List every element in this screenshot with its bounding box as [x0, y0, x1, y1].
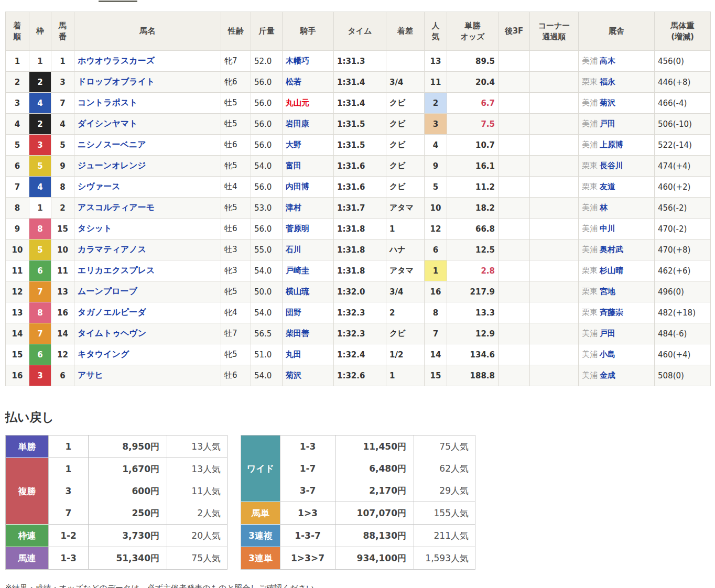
horse-name-cell: タガノエルピーダ [74, 302, 221, 323]
horse-name-link[interactable]: ドロップオブライト [78, 77, 155, 86]
trainer-link[interactable]: 斉藤崇 [600, 308, 623, 317]
horse-name-link[interactable]: ジューンオレンジ [78, 160, 146, 170]
stable-region: 美浦 [582, 56, 598, 66]
time: 1:32.3 [334, 302, 386, 323]
corner-order [530, 156, 579, 177]
bet-type-umaren: 馬連 [6, 547, 49, 570]
stable-cell: 栗東宮地 [579, 281, 655, 302]
horse-weight: 460(+2) [655, 177, 711, 198]
corner-order [530, 177, 579, 198]
time: 1:31.5 [334, 135, 386, 156]
stable-cell: 栗東長谷川 [579, 156, 655, 177]
jockey-link[interactable]: 内田博 [286, 182, 309, 191]
horse-name-link[interactable]: ダイシンヤマト [78, 118, 138, 128]
horse-name-link[interactable]: タガノエルピーダ [78, 307, 146, 317]
horse-name-link[interactable]: タイムトゥヘヴン [78, 328, 146, 338]
jockey-cell: 団野 [283, 302, 334, 323]
win-odds: 6.7 [447, 93, 499, 114]
payout-amount: 51,340円 [89, 547, 167, 570]
horse-weight: 470(+8) [655, 239, 711, 260]
popularity: 15 [425, 365, 447, 386]
jockey-link[interactable]: 石川 [286, 245, 301, 254]
jockey-link[interactable]: 津村 [286, 203, 301, 212]
stable-region: 美浦 [582, 329, 598, 338]
trainer-link[interactable]: 戸田 [600, 119, 615, 128]
time: 1:31.8 [334, 260, 386, 281]
stable-region: 美浦 [582, 203, 598, 212]
jockey-cell: 内田博 [283, 177, 334, 198]
horse-number: 10 [51, 239, 74, 260]
jockey-link[interactable]: 戸崎圭 [286, 266, 309, 275]
horse-number: 16 [51, 302, 74, 323]
payout-amount: 6,480円 [335, 458, 414, 480]
race-results-table: 着 順 枠 馬 番 馬名 性齢 斤量 騎手 タイム 着差 人 気 単勝 オッズ … [5, 12, 711, 386]
sex-age: 牝5 [221, 156, 251, 177]
trainer-link[interactable]: 奥村武 [600, 245, 623, 254]
frame-number: 3 [29, 135, 51, 156]
last-3f [499, 281, 530, 302]
jockey-link[interactable]: 横山琉 [286, 287, 309, 296]
trainer-link[interactable]: 戸田 [600, 329, 615, 338]
time: 1:31.3 [334, 51, 386, 72]
payout-combination: 1>3>7 [280, 547, 335, 570]
carried-weight: 55.0 [251, 239, 283, 260]
header-time: タイム [334, 12, 386, 51]
payout-popularity: 11人気 [167, 480, 228, 502]
horse-number: 8 [51, 177, 74, 198]
horse-name-link[interactable]: キタウイング [78, 349, 129, 359]
trainer-link[interactable]: 杉山晴 [600, 266, 623, 275]
horse-name-link[interactable]: タシット [78, 223, 112, 233]
jockey-cell: 大野 [283, 135, 334, 156]
jockey-link[interactable]: 松若 [286, 77, 301, 86]
stable-cell: 美浦林 [579, 198, 655, 219]
horse-name-link[interactable]: ムーンプローブ [78, 286, 137, 296]
trainer-link[interactable]: 高木 [600, 56, 615, 66]
jockey-link[interactable]: 柴田善 [286, 329, 309, 338]
horse-number: 11 [51, 260, 74, 281]
trainer-link[interactable]: 宮地 [600, 287, 615, 296]
trainer-link[interactable]: 友道 [600, 182, 615, 191]
jockey-link[interactable]: 菊沢 [286, 371, 301, 380]
finish-position: 9 [6, 219, 29, 239]
horse-name-link[interactable]: エリカエクスプレス [78, 265, 155, 275]
bet-type-umatan: 馬単 [241, 502, 280, 525]
jockey-link[interactable]: 丸田 [286, 350, 301, 359]
stable-cell: 美浦戸田 [579, 323, 655, 344]
payout-combination: 1-3 [49, 547, 89, 570]
jockey-link[interactable]: 木幡巧 [286, 56, 309, 66]
horse-name-link[interactable]: アスコルティアーモ [78, 202, 155, 212]
horse-weight: 466(-4) [655, 93, 711, 114]
trainer-link[interactable]: 福永 [600, 77, 615, 86]
trainer-link[interactable]: 小島 [600, 350, 615, 359]
trainer-link[interactable]: 林 [600, 203, 608, 212]
payout-combination: 1-2 [49, 525, 89, 547]
trainer-link[interactable]: 中川 [600, 224, 615, 233]
bet-type-wakuren: 枠連 [6, 525, 49, 547]
time: 1:31.8 [334, 239, 386, 260]
popularity: 12 [425, 219, 447, 239]
stable-region: 美浦 [582, 140, 598, 149]
jockey-link[interactable]: 菅原明 [286, 224, 309, 233]
trainer-link[interactable]: 長谷川 [600, 161, 623, 170]
horse-name-link[interactable]: ホウオウラスカーズ [78, 56, 155, 66]
horse-name-link[interactable]: アサヒ [78, 370, 103, 380]
horse-name-link[interactable]: コントラポスト [78, 97, 138, 107]
time: 1:31.7 [334, 198, 386, 219]
jockey-link[interactable]: 岩田康 [286, 119, 309, 128]
payout-popularity: 2人気 [167, 502, 228, 525]
trainer-link[interactable]: 菊沢 [600, 98, 615, 107]
trainer-link[interactable]: 金成 [600, 371, 615, 380]
trainer-link[interactable]: 上原博 [600, 140, 623, 149]
horse-number: 14 [51, 323, 74, 344]
horse-name-link[interactable]: ニシノスーベニア [78, 139, 146, 149]
jockey-link[interactable]: 富田 [286, 161, 301, 170]
stable-cell: 美浦中川 [579, 219, 655, 239]
horse-name-link[interactable]: カラマティアノス [78, 244, 146, 254]
payout-table-left: 単勝18,950円13人気複勝11,670円13人気3600円11人気7250円… [5, 435, 228, 570]
jockey-link[interactable]: 丸山元 [286, 98, 309, 107]
jockey-link[interactable]: 団野 [286, 308, 301, 317]
frame-number: 6 [29, 260, 51, 281]
payout-amount: 3,730円 [89, 525, 167, 547]
horse-name-link[interactable]: シヴァース [78, 181, 121, 191]
jockey-link[interactable]: 大野 [286, 140, 301, 149]
